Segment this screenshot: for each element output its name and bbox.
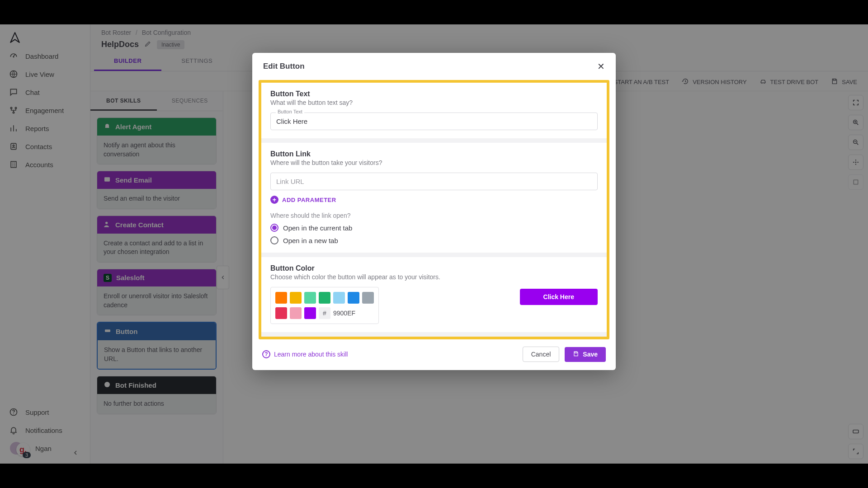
hex-input[interactable] xyxy=(333,310,367,317)
color-swatch[interactable] xyxy=(348,292,359,304)
section-subtitle: Choose which color the button will appea… xyxy=(270,273,598,281)
color-swatch[interactable] xyxy=(333,292,345,304)
button-link-input[interactable] xyxy=(270,173,598,190)
color-swatch[interactable] xyxy=(362,292,374,304)
radio-open-new[interactable]: Open in a new tab xyxy=(270,236,598,244)
color-swatch[interactable] xyxy=(304,307,316,319)
button-text-input[interactable] xyxy=(270,113,598,130)
button-preview: Click Here xyxy=(520,289,598,305)
cancel-button[interactable]: Cancel xyxy=(523,347,560,362)
section-button-text: Button Text What will the button text sa… xyxy=(261,83,607,143)
field-label: Button Text xyxy=(276,109,304,114)
section-title: Button Text xyxy=(270,90,598,98)
radio-icon xyxy=(270,224,278,232)
color-swatch[interactable] xyxy=(319,292,330,304)
learn-more-link[interactable]: ? Learn more about this skill xyxy=(262,350,348,358)
color-swatch[interactable] xyxy=(275,307,287,319)
section-title: Button Link xyxy=(270,150,598,158)
color-swatch[interactable] xyxy=(304,292,316,304)
color-swatch[interactable] xyxy=(275,292,287,304)
section-title: Button Color xyxy=(270,264,598,272)
edit-button-modal: Edit Button ✕ Button Text What will the … xyxy=(252,53,616,370)
close-icon[interactable]: ✕ xyxy=(597,61,605,72)
modal-save-button[interactable]: Save xyxy=(565,347,606,362)
swatch-row: # xyxy=(275,307,374,319)
plus-circle-icon: + xyxy=(270,196,278,204)
swatch-row xyxy=(275,292,374,304)
save-icon xyxy=(573,351,579,358)
open-where-label: Where should the link open? xyxy=(270,212,598,219)
hash-icon: # xyxy=(319,307,330,319)
color-picker: # xyxy=(270,287,379,324)
help-icon: ? xyxy=(262,350,270,358)
color-swatch[interactable] xyxy=(290,292,302,304)
radio-open-current[interactable]: Open in the current tab xyxy=(270,224,598,232)
section-subtitle: Where will the button take your visitors… xyxy=(270,159,598,166)
color-swatch[interactable] xyxy=(290,307,302,319)
add-parameter-button[interactable]: + ADD PARAMETER xyxy=(270,196,336,204)
svg-rect-22 xyxy=(575,352,577,353)
modal-title: Edit Button xyxy=(263,62,305,71)
radio-icon xyxy=(270,236,278,244)
section-button-link: Button Link Where will the button take y… xyxy=(261,143,607,257)
section-button-color: Button Color Choose which color the butt… xyxy=(261,257,607,337)
section-subtitle: What will the button text say? xyxy=(270,99,598,106)
